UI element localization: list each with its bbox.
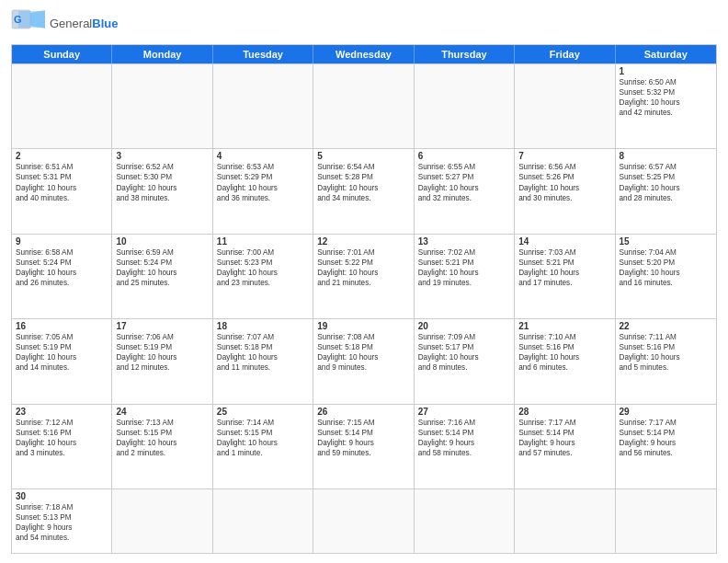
cell-day-number: 1 bbox=[620, 66, 712, 76]
cell-info: Sunrise: 7:05 AM Sunset: 5:19 PM Dayligh… bbox=[16, 332, 108, 373]
day-header-saturday: Saturday bbox=[616, 45, 716, 63]
svg-text:G: G bbox=[14, 14, 22, 25]
cell-day-number: 14 bbox=[518, 236, 610, 247]
cell-info: Sunrise: 7:09 AM Sunset: 5:17 PM Dayligh… bbox=[418, 332, 510, 373]
header: G GeneralBlue bbox=[11, 9, 717, 39]
cell-info: Sunrise: 6:55 AM Sunset: 5:27 PM Dayligh… bbox=[418, 162, 510, 202]
svg-marker-5 bbox=[30, 10, 45, 29]
calendar-cell bbox=[213, 489, 313, 553]
cell-info: Sunrise: 7:13 AM Sunset: 5:15 PM Dayligh… bbox=[116, 418, 208, 458]
cell-info: Sunrise: 7:16 AM Sunset: 5:14 PM Dayligh… bbox=[418, 418, 510, 458]
cell-day-number: 8 bbox=[620, 151, 712, 161]
cell-day-number: 9 bbox=[16, 236, 108, 247]
cell-day-number: 18 bbox=[217, 321, 309, 331]
cell-info: Sunrise: 7:06 AM Sunset: 5:19 PM Dayligh… bbox=[116, 332, 208, 373]
cell-info: Sunrise: 7:00 AM Sunset: 5:23 PM Dayligh… bbox=[217, 247, 309, 288]
calendar-cell: 20Sunrise: 7:09 AM Sunset: 5:17 PM Dayli… bbox=[415, 319, 515, 403]
calendar-cell bbox=[515, 489, 615, 553]
calendar-cell: 8Sunrise: 6:57 AM Sunset: 5:25 PM Daylig… bbox=[616, 149, 716, 233]
day-headers: SundayMondayTuesdayWednesdayThursdayFrid… bbox=[12, 45, 716, 63]
calendar-cell: 21Sunrise: 7:10 AM Sunset: 5:16 PM Dayli… bbox=[515, 319, 615, 403]
cell-day-number: 20 bbox=[418, 321, 510, 331]
calendar-cell: 22Sunrise: 7:11 AM Sunset: 5:16 PM Dayli… bbox=[616, 319, 716, 403]
cell-info: Sunrise: 7:04 AM Sunset: 5:20 PM Dayligh… bbox=[620, 247, 712, 288]
calendar-cell bbox=[313, 489, 414, 553]
calendar-cell: 11Sunrise: 7:00 AM Sunset: 5:23 PM Dayli… bbox=[213, 235, 313, 318]
cell-day-number: 24 bbox=[116, 407, 208, 417]
cell-day-number: 19 bbox=[317, 321, 409, 331]
page: G GeneralBlue SundayMondayTuesdayWednesd… bbox=[0, 0, 728, 563]
calendar: SundayMondayTuesdayWednesdayThursdayFrid… bbox=[11, 44, 717, 554]
cell-info: Sunrise: 7:07 AM Sunset: 5:18 PM Dayligh… bbox=[217, 332, 309, 373]
day-header-thursday: Thursday bbox=[415, 45, 515, 63]
cell-day-number: 25 bbox=[217, 407, 309, 417]
cell-info: Sunrise: 6:50 AM Sunset: 5:32 PM Dayligh… bbox=[620, 77, 712, 118]
cell-info: Sunrise: 7:01 AM Sunset: 5:22 PM Dayligh… bbox=[317, 247, 409, 288]
cell-day-number: 30 bbox=[16, 491, 108, 501]
cell-info: Sunrise: 7:10 AM Sunset: 5:16 PM Dayligh… bbox=[518, 332, 610, 373]
cell-day-number: 4 bbox=[217, 151, 309, 161]
calendar-cell: 5Sunrise: 6:54 AM Sunset: 5:28 PM Daylig… bbox=[313, 149, 414, 233]
day-header-tuesday: Tuesday bbox=[213, 45, 313, 63]
week-row-4: 23Sunrise: 7:12 AM Sunset: 5:16 PM Dayli… bbox=[12, 404, 716, 488]
cell-day-number: 2 bbox=[16, 151, 108, 161]
cell-day-number: 27 bbox=[418, 407, 510, 417]
week-row-2: 9Sunrise: 6:58 AM Sunset: 5:24 PM Daylig… bbox=[12, 234, 716, 318]
cell-info: Sunrise: 6:53 AM Sunset: 5:29 PM Dayligh… bbox=[217, 162, 309, 202]
calendar-cell bbox=[112, 489, 212, 553]
calendar-cell: 28Sunrise: 7:17 AM Sunset: 5:14 PM Dayli… bbox=[515, 405, 615, 488]
cell-info: Sunrise: 7:18 AM Sunset: 5:13 PM Dayligh… bbox=[16, 502, 108, 543]
cell-info: Sunrise: 6:51 AM Sunset: 5:31 PM Dayligh… bbox=[16, 162, 108, 202]
calendar-cell: 6Sunrise: 6:55 AM Sunset: 5:27 PM Daylig… bbox=[415, 149, 515, 233]
day-header-monday: Monday bbox=[112, 45, 212, 63]
calendar-cell bbox=[415, 64, 515, 148]
cell-info: Sunrise: 7:11 AM Sunset: 5:16 PM Dayligh… bbox=[620, 332, 712, 373]
cell-day-number: 26 bbox=[317, 407, 409, 417]
calendar-cell bbox=[415, 489, 515, 553]
calendar-cell bbox=[313, 64, 414, 148]
cell-info: Sunrise: 7:02 AM Sunset: 5:21 PM Dayligh… bbox=[418, 247, 510, 288]
calendar-cell: 16Sunrise: 7:05 AM Sunset: 5:19 PM Dayli… bbox=[12, 319, 112, 403]
calendar-cell: 29Sunrise: 7:17 AM Sunset: 5:14 PM Dayli… bbox=[616, 405, 716, 488]
cell-day-number: 29 bbox=[620, 407, 712, 417]
cell-info: Sunrise: 7:15 AM Sunset: 5:14 PM Dayligh… bbox=[317, 418, 409, 458]
cell-day-number: 16 bbox=[16, 321, 108, 331]
cell-info: Sunrise: 6:57 AM Sunset: 5:25 PM Dayligh… bbox=[620, 162, 712, 202]
day-header-sunday: Sunday bbox=[12, 45, 112, 63]
calendar-cell: 27Sunrise: 7:16 AM Sunset: 5:14 PM Dayli… bbox=[415, 405, 515, 488]
week-row-5: 30Sunrise: 7:18 AM Sunset: 5:13 PM Dayli… bbox=[12, 488, 716, 553]
cell-day-number: 11 bbox=[217, 236, 309, 247]
calendar-cell bbox=[616, 489, 716, 553]
calendar-cell: 13Sunrise: 7:02 AM Sunset: 5:21 PM Dayli… bbox=[415, 235, 515, 318]
cell-day-number: 17 bbox=[116, 321, 208, 331]
cell-day-number: 15 bbox=[620, 236, 712, 247]
cell-day-number: 6 bbox=[418, 151, 510, 161]
cell-day-number: 12 bbox=[317, 236, 409, 247]
calendar-cell: 15Sunrise: 7:04 AM Sunset: 5:20 PM Dayli… bbox=[616, 235, 716, 318]
cell-info: Sunrise: 7:12 AM Sunset: 5:16 PM Dayligh… bbox=[16, 418, 108, 458]
cell-info: Sunrise: 6:56 AM Sunset: 5:26 PM Dayligh… bbox=[518, 162, 610, 202]
week-row-1: 2Sunrise: 6:51 AM Sunset: 5:31 PM Daylig… bbox=[12, 148, 716, 233]
calendar-cell: 17Sunrise: 7:06 AM Sunset: 5:19 PM Dayli… bbox=[112, 319, 212, 403]
week-row-3: 16Sunrise: 7:05 AM Sunset: 5:19 PM Dayli… bbox=[12, 318, 716, 403]
calendar-cell: 24Sunrise: 7:13 AM Sunset: 5:15 PM Dayli… bbox=[112, 405, 212, 488]
calendar-cell bbox=[213, 64, 313, 148]
cell-info: Sunrise: 7:17 AM Sunset: 5:14 PM Dayligh… bbox=[620, 418, 712, 458]
calendar-cell: 7Sunrise: 6:56 AM Sunset: 5:26 PM Daylig… bbox=[515, 149, 615, 233]
cell-info: Sunrise: 6:58 AM Sunset: 5:24 PM Dayligh… bbox=[16, 247, 108, 288]
calendar-cell: 10Sunrise: 6:59 AM Sunset: 5:24 PM Dayli… bbox=[112, 235, 212, 318]
cell-day-number: 7 bbox=[518, 151, 610, 161]
day-header-wednesday: Wednesday bbox=[313, 45, 414, 63]
calendar-cell bbox=[12, 64, 112, 148]
weeks: 1Sunrise: 6:50 AM Sunset: 5:32 PM Daylig… bbox=[12, 63, 716, 553]
calendar-cell: 3Sunrise: 6:52 AM Sunset: 5:30 PM Daylig… bbox=[112, 149, 212, 233]
week-row-0: 1Sunrise: 6:50 AM Sunset: 5:32 PM Daylig… bbox=[12, 63, 716, 148]
day-header-friday: Friday bbox=[515, 45, 615, 63]
calendar-cell: 26Sunrise: 7:15 AM Sunset: 5:14 PM Dayli… bbox=[313, 405, 414, 488]
calendar-cell: 25Sunrise: 7:14 AM Sunset: 5:15 PM Dayli… bbox=[213, 405, 313, 488]
cell-info: Sunrise: 7:03 AM Sunset: 5:21 PM Dayligh… bbox=[518, 247, 610, 288]
calendar-cell: 30Sunrise: 7:18 AM Sunset: 5:13 PM Dayli… bbox=[12, 489, 112, 553]
calendar-cell: 2Sunrise: 6:51 AM Sunset: 5:31 PM Daylig… bbox=[12, 149, 112, 233]
cell-info: Sunrise: 6:54 AM Sunset: 5:28 PM Dayligh… bbox=[317, 162, 409, 202]
cell-day-number: 5 bbox=[317, 151, 409, 161]
